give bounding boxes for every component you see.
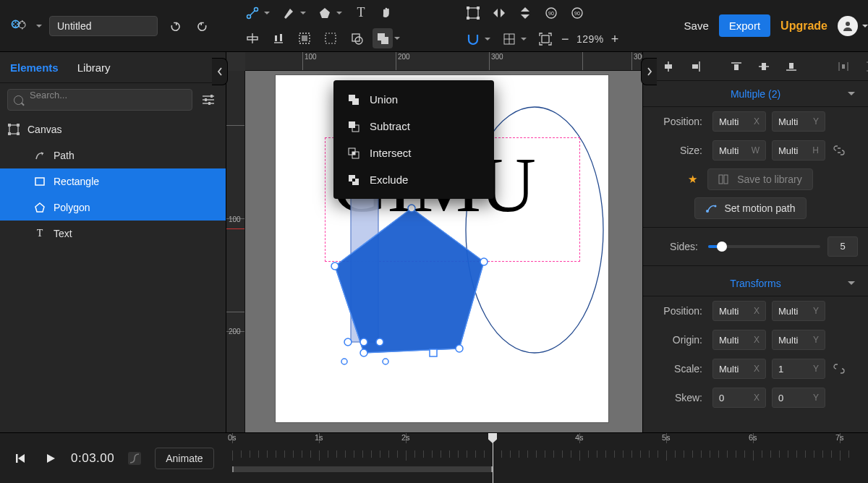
skew-x[interactable]: 0X bbox=[712, 388, 766, 408]
boolean-intersect[interactable]: Intersect bbox=[333, 140, 494, 166]
tree-root-canvas[interactable]: Canvas bbox=[0, 116, 226, 142]
align-right[interactable] bbox=[686, 56, 706, 77]
app-menu-chevron[interactable] bbox=[36, 25, 42, 27]
tab-library[interactable]: Library bbox=[77, 61, 111, 74]
mask-tool[interactable] bbox=[320, 28, 341, 48]
undo-button[interactable] bbox=[165, 16, 185, 36]
selection-header[interactable]: Multiple (2) bbox=[643, 81, 868, 107]
svg-rect-96 bbox=[719, 175, 723, 184]
set-motion-path-button[interactable]: Set motion path bbox=[694, 197, 806, 219]
distribute-tool[interactable] bbox=[268, 28, 289, 48]
tree-item-rectangle[interactable]: Rectangle bbox=[0, 168, 226, 195]
tree-item-polygon[interactable]: Polygon bbox=[0, 195, 226, 221]
hand-tool[interactable] bbox=[377, 3, 397, 23]
timeline-loop-range[interactable] bbox=[232, 466, 493, 472]
collapse-right-panel[interactable] bbox=[641, 58, 657, 85]
svg-rect-42 bbox=[205, 98, 207, 101]
svg-point-66 bbox=[376, 338, 383, 346]
account-menu[interactable] bbox=[838, 16, 858, 36]
clip-tool[interactable] bbox=[346, 28, 367, 48]
canvas-stage[interactable]: GIMU Union bbox=[245, 71, 642, 432]
align-bottom[interactable] bbox=[781, 56, 801, 77]
timeline-track[interactable]: 0s 1s 2s 3s 4s 5s 6s 7s bbox=[226, 433, 868, 483]
size-w-input[interactable]: MultiW bbox=[712, 140, 766, 161]
scale-y[interactable]: 1Y bbox=[772, 359, 825, 379]
rotate-cw[interactable]: 90 bbox=[567, 3, 587, 23]
search-input[interactable]: Search... bbox=[7, 89, 192, 111]
grid-toggle[interactable] bbox=[499, 29, 519, 49]
svg-point-56 bbox=[480, 258, 488, 265]
scale-label: Scale: bbox=[643, 363, 707, 375]
sides-slider[interactable] bbox=[708, 245, 820, 248]
size-h-input[interactable]: MultiH bbox=[772, 140, 825, 161]
fit-view[interactable] bbox=[535, 29, 556, 49]
tr-position-y[interactable]: MultiY bbox=[772, 301, 825, 321]
timeline-current-time[interactable]: 0:03.00 bbox=[71, 451, 114, 466]
scale-x[interactable]: MultiX bbox=[712, 359, 766, 379]
align-vcenter[interactable] bbox=[754, 56, 774, 77]
scale-link-toggle[interactable] bbox=[831, 361, 847, 377]
distribute-h[interactable] bbox=[833, 56, 854, 77]
zoom-in[interactable]: + bbox=[611, 32, 619, 47]
timeline-easing[interactable] bbox=[124, 448, 145, 469]
node-tool[interactable] bbox=[242, 3, 263, 23]
export-button[interactable]: Export bbox=[719, 14, 770, 37]
exclude-icon bbox=[348, 174, 359, 186]
origin-label: Origin: bbox=[643, 334, 707, 346]
origin-y[interactable]: MultiY bbox=[772, 330, 825, 350]
redo-button[interactable] bbox=[192, 16, 213, 36]
upgrade-button[interactable]: Upgrade bbox=[780, 20, 827, 33]
svg-marker-25 bbox=[493, 9, 498, 17]
shape-tool[interactable] bbox=[315, 3, 335, 23]
svg-point-99 bbox=[715, 205, 717, 208]
rotate-ccw[interactable]: 90 bbox=[541, 3, 561, 23]
svg-rect-46 bbox=[17, 124, 20, 127]
position-y-input[interactable]: MultiY bbox=[772, 111, 825, 132]
svg-rect-43 bbox=[208, 102, 210, 105]
text-tool[interactable]: T bbox=[351, 3, 371, 23]
tree-item-path[interactable]: Path bbox=[0, 142, 226, 168]
align-tool[interactable] bbox=[242, 28, 263, 48]
align-top[interactable] bbox=[726, 56, 746, 77]
flip-vertical[interactable] bbox=[515, 3, 535, 23]
tab-elements[interactable]: Elements bbox=[10, 61, 59, 74]
boolean-exclude[interactable]: Exclude bbox=[333, 166, 494, 193]
align-hcenter[interactable] bbox=[658, 56, 678, 77]
animate-button[interactable]: Animate bbox=[155, 448, 213, 469]
group-tool[interactable] bbox=[294, 28, 315, 48]
save-to-library-button[interactable]: Save to library bbox=[707, 168, 812, 190]
collapse-left-panel[interactable] bbox=[212, 58, 228, 85]
align-toolbar bbox=[643, 52, 868, 81]
dd-label: Union bbox=[370, 93, 398, 106]
tr-position-x[interactable]: MultiX bbox=[712, 301, 766, 321]
svg-rect-74 bbox=[352, 152, 355, 155]
bounding-box-toggle[interactable] bbox=[463, 3, 483, 23]
skew-label: Skew: bbox=[643, 392, 707, 403]
tree-item-text[interactable]: T Text bbox=[0, 221, 226, 247]
origin-x[interactable]: MultiX bbox=[712, 330, 766, 350]
filename-input[interactable]: Untitled bbox=[49, 16, 158, 36]
timeline-play[interactable] bbox=[41, 448, 61, 469]
save-button[interactable]: Save bbox=[684, 20, 709, 32]
snap-toggle[interactable] bbox=[463, 29, 483, 49]
position-x-input[interactable]: MultiX bbox=[712, 111, 766, 132]
zoom-out[interactable]: − bbox=[561, 32, 569, 47]
transforms-header[interactable]: Transforms bbox=[643, 270, 868, 296]
size-link-toggle[interactable] bbox=[831, 142, 847, 158]
boolean-subtract[interactable]: Subtract bbox=[333, 113, 494, 140]
flip-horizontal[interactable] bbox=[489, 3, 509, 23]
sides-value-input[interactable]: 5 bbox=[827, 236, 858, 257]
skew-y[interactable]: 0Y bbox=[772, 388, 825, 408]
distribute-v[interactable] bbox=[861, 56, 869, 77]
pen-tool[interactable] bbox=[278, 3, 299, 23]
svg-rect-69 bbox=[352, 98, 359, 105]
boolean-union[interactable]: Union bbox=[333, 86, 494, 113]
app-settings-icon[interactable] bbox=[9, 16, 29, 36]
timeline-rewind[interactable] bbox=[10, 448, 30, 469]
favorite-icon[interactable]: ★ bbox=[688, 173, 697, 186]
boolean-tool[interactable] bbox=[373, 28, 393, 48]
svg-rect-89 bbox=[789, 63, 793, 69]
subtract-icon bbox=[348, 121, 359, 132]
zoom-value[interactable]: 129% bbox=[576, 33, 604, 45]
filter-button[interactable] bbox=[198, 90, 218, 110]
